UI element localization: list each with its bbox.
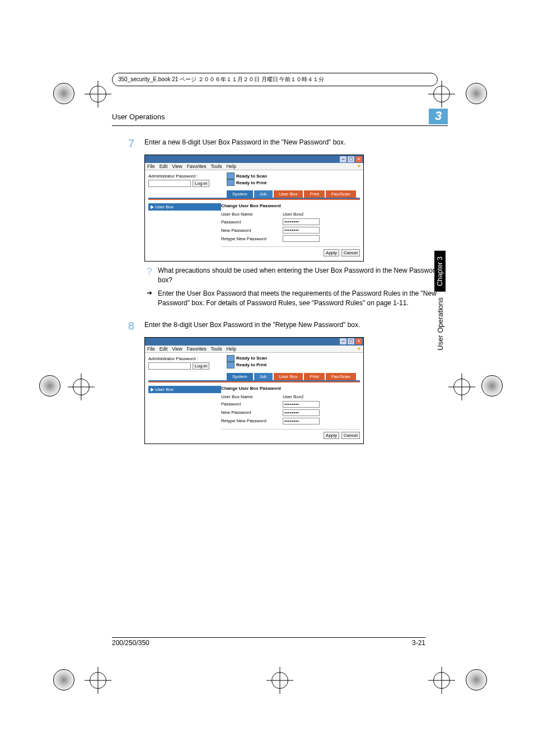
cancel-button[interactable]: Cancel: [341, 432, 360, 439]
apply-button[interactable]: Apply: [324, 249, 339, 256]
password-input[interactable]: ••••••••: [283, 401, 320, 408]
question-row: ? What precautions should be used when e…: [144, 266, 448, 286]
printer-icon: [227, 362, 235, 368]
menu-view[interactable]: View: [172, 346, 182, 352]
screenshot-2: – □ × File Edit View Favorites Tools Hel…: [144, 337, 364, 444]
cancel-button[interactable]: Cancel: [341, 249, 360, 256]
sidebar-item-userbox[interactable]: ▶ User Box: [148, 203, 221, 211]
step-7: 7 Enter a new 8-digit User Box Password …: [112, 137, 448, 150]
sidebar-item-userbox[interactable]: ▶ User Box: [148, 386, 221, 393]
menu-help[interactable]: Help: [226, 164, 236, 169]
thumb-tab: Chapter 3 User Operations: [434, 251, 446, 350]
screenshot-1: – □ × File Edit View Favorites Tools Hel…: [144, 155, 364, 262]
thumb-chapter: Chapter 3: [434, 251, 446, 292]
userbox-name-label: User Box Name: [221, 394, 283, 399]
password-input[interactable]: ••••••••: [283, 218, 320, 225]
window-body: Administrator Password : Log-in Ready to…: [145, 170, 363, 261]
new-password-input[interactable]: ••••••••: [283, 409, 320, 416]
arrow-icon: ➔: [144, 289, 154, 297]
step-text: Enter the 8-digit User Box Password in t…: [144, 320, 448, 333]
section-title: User Operations: [112, 113, 165, 121]
password-label: Password: [221, 402, 283, 407]
new-password-label: New Password: [221, 228, 283, 233]
tab-faxscan[interactable]: Fax/Scan: [326, 190, 356, 198]
close-icon[interactable]: ×: [355, 338, 362, 344]
chapter-number: 3: [429, 109, 448, 124]
tab-print[interactable]: Print: [304, 190, 324, 198]
menu-favorites[interactable]: Favorites: [187, 164, 207, 169]
tab-system[interactable]: System: [227, 190, 253, 198]
minimize-icon[interactable]: –: [340, 156, 346, 162]
userbox-name-value: User Box2: [283, 212, 303, 217]
menu-bar: File Edit View Favorites Tools Help ✦: [145, 346, 363, 353]
admin-password-label: Administrator Password :: [148, 174, 227, 179]
userbox-name-value: User Box2: [283, 394, 303, 399]
login-button[interactable]: Log-in: [193, 180, 209, 187]
tab-userbox[interactable]: User Box: [274, 373, 303, 380]
admin-password-input[interactable]: [148, 362, 191, 370]
status-scan: Ready to Scan: [236, 356, 267, 361]
pane-title: Change User Box Password: [221, 203, 360, 208]
new-password-input[interactable]: ••••••••: [283, 227, 320, 234]
footer-right: 3-21: [412, 639, 425, 647]
reg-mark: [73, 379, 90, 395]
reg-mark: [453, 379, 470, 395]
retype-password-input[interactable]: [283, 235, 320, 242]
menu-edit[interactable]: Edit: [160, 164, 168, 169]
menu-file[interactable]: File: [147, 346, 155, 352]
menu-edit[interactable]: Edit: [160, 346, 168, 352]
new-password-label: New Password: [221, 410, 283, 415]
menu-view[interactable]: View: [172, 164, 182, 169]
tab-print[interactable]: Print: [304, 373, 324, 380]
pane-title: Change User Box Password: [221, 386, 360, 391]
scanner-icon: [227, 355, 235, 362]
step-number: 8: [112, 320, 134, 333]
window-titlebar: – □ ×: [145, 155, 363, 163]
retype-password-input[interactable]: ••••••••: [283, 418, 320, 424]
menu-file[interactable]: File: [147, 164, 155, 169]
menu-tools[interactable]: Tools: [211, 164, 222, 169]
window-titlebar: – □ ×: [145, 338, 363, 346]
question-icon: ?: [144, 266, 154, 278]
step-text: Enter a new 8-digit User Box Password in…: [144, 137, 448, 150]
reg-mark: [466, 83, 487, 104]
maximize-icon[interactable]: □: [348, 338, 354, 344]
status-print: Ready to Print: [236, 362, 266, 367]
menu-tools[interactable]: Tools: [211, 346, 222, 352]
password-label: Password: [221, 220, 283, 225]
admin-password-input[interactable]: [148, 180, 191, 187]
reg-mark: [53, 669, 74, 690]
tab-faxscan[interactable]: Fax/Scan: [326, 373, 356, 380]
tab-job[interactable]: Job: [254, 190, 273, 198]
page-content: 350_security_E.book 21 ページ ２００６年１１月２０日 月…: [112, 73, 448, 449]
footer-left: 200/250/350: [112, 639, 149, 647]
menu-help[interactable]: Help: [226, 346, 236, 352]
apply-button[interactable]: Apply: [324, 432, 339, 439]
step-8: 8 Enter the 8-digit User Box Password in…: [112, 320, 448, 333]
tab-job[interactable]: Job: [254, 373, 273, 380]
minimize-icon[interactable]: –: [340, 338, 346, 344]
build-stamp: 350_security_E.book 21 ページ ２００６年１１月２０日 月…: [112, 73, 438, 86]
close-icon[interactable]: ×: [355, 156, 362, 162]
ie-logo-icon: ✦: [357, 346, 361, 352]
reg-mark: [271, 672, 288, 689]
reg-mark: [39, 375, 60, 396]
tab-strip: System Job User Box Print Fax/Scan: [227, 373, 360, 380]
tab-strip: System Job User Box Print Fax/Scan: [227, 190, 360, 198]
answer-text: Enter the User Box Password that meets t…: [158, 289, 448, 309]
retype-password-label: Retype New Password: [221, 418, 283, 423]
tab-system[interactable]: System: [227, 373, 253, 380]
page-footer: 200/250/350 3-21: [112, 637, 425, 647]
step-number: 7: [112, 137, 134, 150]
admin-password-label: Administrator Password :: [148, 356, 227, 361]
printer-icon: [227, 179, 235, 186]
tab-userbox[interactable]: User Box: [274, 190, 303, 198]
reg-mark: [466, 669, 487, 690]
maximize-icon[interactable]: □: [348, 156, 354, 162]
reg-mark: [481, 375, 503, 396]
userbox-name-label: User Box Name: [221, 212, 283, 217]
thumb-section: User Operations: [436, 297, 444, 351]
status-scan: Ready to Scan: [236, 174, 267, 179]
menu-favorites[interactable]: Favorites: [187, 346, 207, 352]
login-button[interactable]: Log-in: [193, 362, 209, 370]
